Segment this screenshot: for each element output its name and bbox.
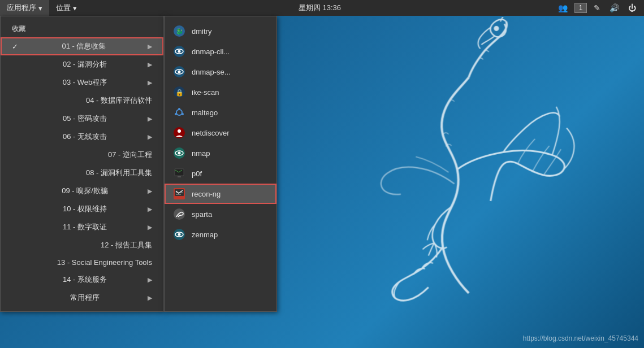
submenu-item-label: maltego (192, 108, 218, 117)
svg-point-0 (495, 27, 498, 30)
menu-item-label: 08 - 漏洞利用工具集 (86, 168, 152, 178)
submenu-item-zenmap[interactable]: zenmap (165, 224, 276, 245)
datetime-display: 星期四 13:36 (299, 3, 341, 12)
svg-point-14 (181, 113, 184, 115)
menu-item-label: 09 - 嗅探/欺骗 (62, 186, 108, 196)
panel-left: 应用程序 ▾ 位置 ▾ (0, 0, 84, 16)
submenu-arrow-icon: ▶ (148, 43, 152, 50)
app-menu-arrow: ▾ (38, 4, 42, 12)
applications-label: 应用程序 (7, 3, 36, 13)
menu-item-password[interactable]: 05 - 密码攻击▶ (1, 110, 163, 128)
menu-item-system[interactable]: 14 - 系统服务▶ (1, 271, 163, 289)
submenu-item-label: netdiscover (192, 129, 229, 137)
app-icon-p0f (172, 167, 186, 180)
menu-item-label: 07 - 逆向工程 (108, 150, 152, 160)
submenu-item-dnmap-se[interactable]: dnmap-se... (165, 62, 276, 82)
app-icon-sparta (172, 207, 186, 221)
menu-item-common[interactable]: 常用程序▶ (1, 289, 163, 307)
submenu-arrow-icon: ▶ (148, 276, 152, 284)
submenu-item-label: dmitry (192, 27, 211, 36)
app-icon-netdiscover (172, 126, 186, 140)
app-icon-dmitry: 🐉 (172, 24, 186, 38)
menu-item-label: 02 - 漏洞分析 (63, 59, 107, 69)
menu-item-info-gather[interactable]: ✓ 01 - 信息收集▶ (1, 37, 163, 55)
menu-item-privilege[interactable]: 10 - 权限维持▶ (1, 200, 163, 218)
menu-item-label: 03 - Web程序 (63, 77, 107, 88)
menu-item-social[interactable]: 13 - Social Engineering Tools (1, 254, 163, 271)
submenu-item-label: recon-ng (192, 190, 221, 198)
menu-item-label: 12 - 报告工具集 (101, 240, 152, 250)
svg-rect-24 (178, 176, 181, 177)
people-icon: 👥 (556, 3, 570, 12)
menu-item-label: 11 - 数字取证 (63, 222, 107, 232)
svg-point-15 (175, 113, 177, 115)
submenu-arrow-icon: ▶ (148, 206, 152, 213)
panel-clock: 星期四 13:36 (84, 3, 556, 13)
submenu-item-label: nmap (192, 149, 210, 158)
submenu-item-label: dnmap-cli... (192, 47, 230, 56)
watermark-text: https://blog.csdn.net/weixin_45745344 (523, 334, 638, 342)
svg-point-13 (178, 108, 180, 110)
submenu-arrow-icon: ▶ (148, 61, 152, 68)
svg-point-5 (178, 50, 181, 53)
svg-point-17 (178, 129, 181, 133)
menu-item-report[interactable]: 12 - 报告工具集 (1, 236, 163, 254)
submenu-item-sparta[interactable]: sparta (165, 204, 276, 224)
menu-item-wireless[interactable]: 06 - 无线攻击▶ (1, 128, 163, 146)
pencil-icon: ✎ (591, 3, 603, 12)
sub-menu-items-container: 🐉 dmitry dnmap-cli... dnmap-se... 🔒 ike-… (165, 21, 276, 245)
svg-text:🐉: 🐉 (176, 28, 183, 35)
svg-point-30 (178, 233, 181, 236)
menu-item-label: 05 - 密码攻击 (63, 114, 107, 124)
right-submenu: 🐉 dmitry dnmap-cli... dnmap-se... 🔒 ike-… (164, 16, 277, 312)
places-label: 位置 (56, 3, 71, 13)
submenu-item-nmap[interactable]: nmap (165, 143, 276, 163)
app-icon-recon-ng (172, 187, 186, 201)
submenu-arrow-icon: ▶ (148, 133, 152, 141)
menu-container: 收藏 ✓ 01 - 信息收集▶02 - 漏洞分析▶03 - Web程序▶04 -… (0, 16, 277, 312)
svg-text:🔒: 🔒 (175, 88, 184, 97)
checkmark: ✓ (12, 42, 18, 51)
submenu-item-maltego[interactable]: maltego (165, 102, 276, 123)
menu-item-label: 10 - 权限维持 (63, 204, 107, 214)
submenu-item-dnmap-cli[interactable]: dnmap-cli... (165, 41, 276, 62)
places-menu-arrow: ▾ (73, 4, 77, 12)
menu-item-label: 13 - Social Engineering Tools (57, 258, 152, 267)
submenu-item-ike-scan[interactable]: 🔒 ike-scan (165, 82, 276, 102)
power-icon[interactable]: ⏻ (626, 3, 638, 12)
submenu-item-label: dnmap-se... (192, 68, 231, 76)
submenu-item-dmitry[interactable]: 🐉 dmitry (165, 21, 276, 41)
app-icon-dnmap-cli (172, 45, 186, 58)
menu-item-db-assess[interactable]: 04 - 数据库评估软件 (1, 92, 163, 110)
submenu-item-recon-ng[interactable]: recon-ng (165, 184, 276, 204)
submenu-arrow-icon: ▶ (148, 79, 152, 86)
favorites-label: 收藏 (1, 21, 163, 37)
left-menu-items-container: ✓ 01 - 信息收集▶02 - 漏洞分析▶03 - Web程序▶04 - 数据… (1, 37, 163, 307)
menu-item-sniff[interactable]: 09 - 嗅探/欺骗▶ (1, 182, 163, 200)
app-icon-nmap (172, 146, 186, 160)
kali-dragon (350, 17, 587, 333)
workspace-number[interactable]: 1 (574, 3, 587, 13)
places-menu-button[interactable]: 位置 ▾ (49, 0, 84, 16)
menu-item-forensic[interactable]: 11 - 数字取证▶ (1, 218, 163, 236)
svg-point-8 (178, 71, 181, 73)
submenu-item-label: p0f (192, 169, 202, 178)
app-icon-ike-scan: 🔒 (172, 85, 186, 99)
applications-menu-button[interactable]: 应用程序 ▾ (0, 0, 49, 16)
volume-icon[interactable]: 🔊 (607, 3, 621, 12)
menu-item-exploit[interactable]: 08 - 漏洞利用工具集 (1, 164, 163, 182)
menu-item-vuln-analysis[interactable]: 02 - 漏洞分析▶ (1, 55, 163, 73)
menu-item-reverse[interactable]: 07 - 逆向工程 (1, 146, 163, 164)
svg-rect-22 (175, 169, 184, 176)
watermark: https://blog.csdn.net/weixin_45745344 (523, 334, 638, 342)
app-icon-zenmap (172, 228, 186, 241)
menu-item-web[interactable]: 03 - Web程序▶ (1, 73, 163, 92)
svg-point-20 (178, 152, 181, 155)
submenu-item-label: zenmap (192, 230, 218, 239)
submenu-arrow-icon: ▶ (148, 188, 152, 195)
submenu-arrow-icon: ▶ (148, 224, 152, 231)
submenu-item-p0f[interactable]: p0f (165, 163, 276, 184)
app-icon-dnmap-se (172, 65, 186, 79)
submenu-arrow-icon: ▶ (148, 115, 152, 123)
submenu-item-netdiscover[interactable]: netdiscover (165, 123, 276, 143)
